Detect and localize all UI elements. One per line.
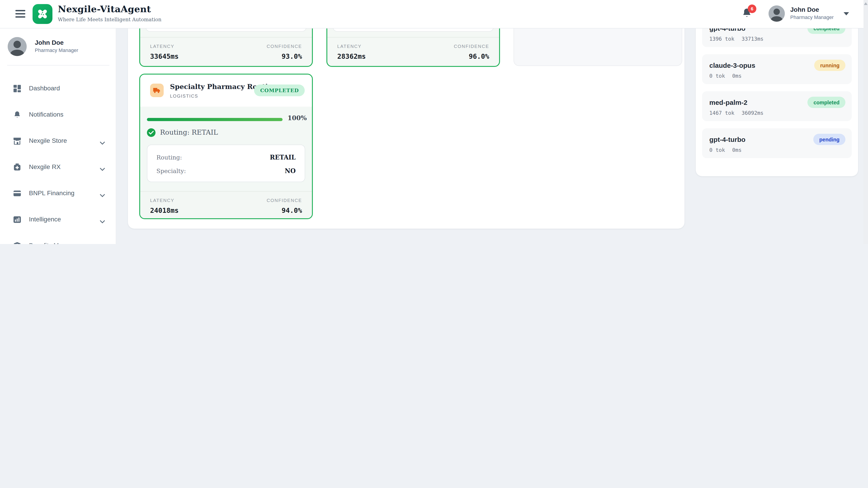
model-tokens: 1396 tok [709, 36, 735, 42]
confidence-label: CONFIDENCE [454, 44, 489, 49]
model-name: gpt-4-turbo [709, 135, 745, 143]
latency-value: 24018ms [150, 206, 179, 215]
notification-count-badge: 6 [748, 4, 756, 13]
sidebar-nav: Dashboard Notifications Nexgile Store [0, 78, 116, 244]
model-name: gpt-4-turbo [709, 28, 745, 32]
app-root: Nexgile-VitaAgent Where Life Meets Intel… [0, 0, 868, 244]
confidence-value: 94.0% [282, 206, 302, 215]
task-detail-box: Routing: RETAIL Specialty: NO [147, 144, 305, 182]
latency-value: 28362ms [337, 53, 366, 61]
model-time: 33713ms [742, 36, 764, 42]
model-status-badge: completed [808, 97, 845, 108]
model-card: gpt-4-turbo pending 0 tok 0ms [702, 128, 852, 158]
progress-value: 100% [287, 114, 307, 122]
sidebar-item-notifications[interactable]: Notifications [4, 104, 111, 125]
model-name: claude-3-opus [709, 61, 755, 69]
model-status-badge: pending [813, 134, 845, 145]
app-subtitle: Where Life Meets Intelligent Automation [58, 17, 161, 23]
latency-value: 33645ms [150, 53, 179, 61]
agent-results-panel: LATENCY CONFIDENCE 33645ms 93.0% LATENCY… [128, 28, 684, 229]
page-scrollbar[interactable] [864, 0, 868, 244]
confidence-value: 96.0% [469, 53, 489, 61]
storefront-icon [13, 136, 22, 145]
confidence-label: CONFIDENCE [267, 44, 302, 49]
stat-card-3 [514, 28, 682, 66]
confidence-value: 93.0% [282, 53, 302, 61]
sidebar-divider [7, 65, 110, 66]
stat-card-2: LATENCY CONFIDENCE 28362ms 96.0% [327, 28, 500, 67]
progress-bar [147, 118, 283, 121]
credit-card-icon [13, 189, 22, 198]
model-tokens: 0 tok [709, 73, 725, 79]
header-user-name: John Doe [790, 6, 819, 13]
stat-card-2-footer: LATENCY CONFIDENCE 28362ms 96.0% [327, 37, 499, 66]
notifications-button[interactable]: 6 [741, 7, 758, 23]
model-card: gpt-4-turbo completed 1396 tok 33713ms [702, 28, 852, 47]
task-card-footer: LATENCY CONFIDENCE 24018ms 94.0% [140, 191, 312, 218]
medkit-icon [13, 163, 22, 172]
chevron-down-icon [100, 165, 105, 173]
model-name: med-palm-2 [709, 98, 747, 106]
stat-card-1: LATENCY CONFIDENCE 33645ms 93.0% [139, 28, 313, 67]
task-result-text: Routing: RETAIL [160, 128, 218, 136]
latency-label: LATENCY [150, 44, 175, 49]
header-user-role: Pharmacy Manager [790, 14, 834, 20]
model-tokens: 1467 tok [709, 110, 735, 116]
model-time: 0ms [732, 73, 742, 79]
stat-card-2-content [333, 28, 494, 32]
bandage-cross-icon [37, 8, 49, 20]
chevron-down-icon [100, 191, 105, 199]
model-time: 0ms [732, 147, 742, 153]
chevron-down-icon [100, 139, 105, 147]
scroll-up-arrow-icon[interactable] [864, 2, 868, 5]
task-result-row: Routing: RETAIL [147, 128, 218, 137]
confidence-label: CONFIDENCE [267, 198, 302, 203]
app-title: Nexgile-VitaAgent [58, 4, 151, 14]
bell-icon [13, 110, 22, 119]
task-detail-row: Routing: RETAIL [156, 151, 296, 164]
sidebar-user-name: John Doe [35, 39, 64, 46]
latency-label: LATENCY [337, 44, 362, 49]
task-detail-row: Specialty: NO [156, 164, 296, 177]
sidebar-item-intelligence[interactable]: Intelligence [4, 209, 111, 230]
sidebar-item-nexgile-rx[interactable]: Nexgile RX [4, 157, 111, 177]
dashboard-icon [13, 84, 22, 93]
task-card-specialty-pharmacy: Specialty Pharmacy Routin... LOGISTICS C… [139, 74, 313, 219]
check-circle-icon [147, 128, 156, 137]
sidebar-item-dashboard[interactable]: Dashboard [4, 78, 111, 99]
task-card-category: LOGISTICS [170, 94, 198, 98]
model-card: claude-3-opus running 0 tok 0ms [702, 54, 852, 84]
latency-label: LATENCY [150, 198, 175, 203]
model-time: 36092ms [742, 110, 764, 116]
sidebar: John Doe Pharmacy Manager Dashboard Noti… [0, 28, 116, 244]
sidebar-user-role: Pharmacy Manager [35, 47, 78, 53]
model-status-panel: gpt-4-turbo completed 1396 tok 33713ms c… [696, 28, 858, 176]
model-card: med-palm-2 completed 1467 tok 36092ms [702, 91, 852, 121]
model-tokens: 0 tok [709, 147, 725, 153]
shield-plus-icon [13, 241, 22, 244]
sidebar-item-nexgile-store[interactable]: Nexgile Store [4, 131, 111, 151]
model-status-badge: running [814, 60, 845, 71]
bar-chart-icon [13, 215, 22, 224]
chevron-down-icon [100, 243, 105, 244]
sidebar-item-bnpl-financing[interactable]: BNPL Financing [4, 183, 111, 204]
main-content: LATENCY CONFIDENCE 33645ms 93.0% LATENCY… [116, 28, 868, 244]
model-status-badge: completed [808, 28, 845, 34]
task-card-header: Specialty Pharmacy Routin... LOGISTICS C… [140, 74, 312, 107]
stat-card-1-content [146, 28, 307, 32]
user-menu-caret-icon[interactable] [844, 12, 849, 15]
stat-card-1-footer: LATENCY CONFIDENCE 33645ms 93.0% [140, 37, 312, 66]
task-status-badge: COMPLETED [254, 85, 305, 96]
truck-icon [150, 84, 164, 97]
app-header: Nexgile-VitaAgent Where Life Meets Intel… [0, 0, 864, 29]
chevron-down-icon [100, 217, 105, 225]
user-avatar[interactable] [769, 5, 785, 22]
sidebar-item-benefits-manager[interactable]: Benefits Manager [4, 235, 111, 244]
hamburger-menu-icon[interactable] [16, 10, 25, 18]
app-logo [33, 4, 53, 24]
sidebar-avatar [8, 37, 27, 56]
